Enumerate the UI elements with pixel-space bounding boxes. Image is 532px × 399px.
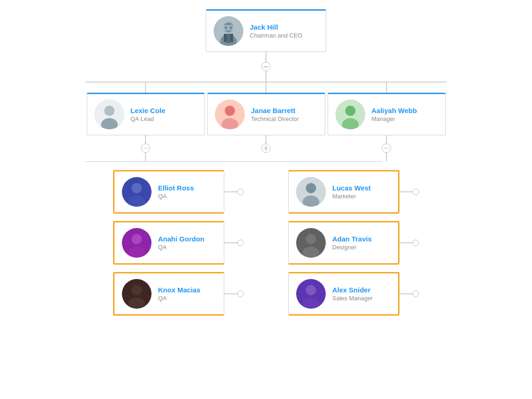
adan-hline [399, 242, 412, 243]
lexie-info: Lexie Cole QA Lead [131, 107, 165, 122]
svg-rect-5 [227, 34, 230, 43]
knox-info: Knox Macias QA [158, 286, 201, 302]
root-card[interactable]: Jack Hill Chairman and CEO [206, 9, 326, 52]
janae-info: Janae Barrett Technical Director [251, 107, 299, 122]
l1-vline-lexie [145, 82, 146, 93]
l2-row-knox: Knox Macias QA [113, 272, 244, 316]
l1-branch-janae: Janae Barrett Technical Director [206, 82, 326, 153]
adan-info: Adan Travis Designer [332, 235, 372, 251]
root-info: Jack Hill Chairman and CEO [250, 23, 302, 39]
l1-vline3-lexie [145, 153, 146, 161]
l2-card-elliot[interactable]: Elliot Ross QA [113, 170, 224, 214]
l2-row-anahi: Anahi Gordon QA [113, 221, 244, 265]
aaliyah-role: Manager [372, 115, 417, 122]
root-connector[interactable] [261, 62, 271, 71]
aaliyah-avatar [336, 100, 365, 129]
l1-branch-lexie: Lexie Cole QA Lead [85, 82, 206, 161]
root-avatar [214, 16, 243, 46]
lucas-role: Marketer [332, 193, 371, 200]
l2-card-lucas[interactable]: Lucas West Marketer [288, 170, 399, 214]
lexie-role: QA Lead [131, 115, 165, 122]
janae-name: Janae Barrett [251, 107, 299, 114]
alex-hline [399, 293, 412, 294]
adan-avatar [296, 228, 326, 258]
l2-right-col: Lucas West Marketer [288, 170, 419, 316]
level0-section: Jack Hill Chairman and CEO [206, 9, 326, 82]
adan-role: Designer [332, 244, 372, 251]
anahi-name: Anahi Gordon [158, 235, 204, 243]
svg-point-13 [225, 106, 235, 116]
level2-row: Elliot Ross QA [85, 162, 447, 316]
lucas-dot [412, 189, 419, 195]
alex-info: Alex Snider Sales Manager [332, 286, 373, 302]
root-vline2 [266, 71, 266, 82]
svg-point-16 [345, 106, 355, 116]
alex-avatar [296, 279, 326, 309]
elliot-role: QA [158, 193, 194, 200]
svg-point-28 [306, 183, 316, 193]
l1-card-janae[interactable]: Janae Barrett Technical Director [207, 93, 325, 135]
l2-card-adan[interactable]: Adan Travis Designer [288, 221, 399, 265]
level1-row: Lexie Cole QA Lead Janae [85, 82, 447, 161]
l1-card-aaliyah[interactable]: Aaliyah Webb Manager [328, 93, 446, 135]
lucas-hline [399, 191, 412, 192]
alex-role: Sales Manager [332, 295, 373, 302]
anahi-avatar [122, 228, 152, 258]
elliot-avatar [122, 177, 152, 207]
l1-connector-lexie[interactable] [141, 144, 150, 153]
knox-avatar [122, 279, 152, 309]
janae-avatar [215, 100, 245, 129]
alex-name: Alex Snider [332, 286, 373, 294]
adan-name: Adan Travis [332, 235, 372, 243]
svg-point-31 [306, 234, 316, 244]
l1-vline2-aaliyah [386, 135, 387, 144]
anahi-role: QA [158, 244, 204, 251]
l2-left-col: Elliot Ross QA [113, 170, 244, 316]
anahi-hline [224, 242, 237, 243]
l2-card-knox[interactable]: Knox Macias QA [113, 272, 224, 316]
knox-role: QA [158, 295, 201, 302]
root-name: Jack Hill [250, 23, 302, 31]
knox-dot [237, 291, 244, 297]
l1-vline-aaliyah [386, 82, 387, 93]
l1-vline2-lexie [145, 135, 146, 144]
root-vline [266, 52, 266, 62]
knox-hline [224, 293, 237, 294]
l1-branch-aaliyah: Aaliyah Webb Manager [326, 82, 447, 161]
alex-dot [412, 291, 419, 297]
elliot-info: Elliot Ross QA [158, 184, 194, 200]
janae-role: Technical Director [251, 115, 299, 122]
l1-vline-janae [266, 82, 266, 93]
aaliyah-name: Aaliyah Webb [372, 107, 417, 114]
lucas-info: Lucas West Marketer [332, 184, 371, 200]
elliot-dot [237, 189, 244, 195]
svg-point-34 [306, 285, 316, 295]
elliot-hline [224, 191, 237, 192]
l2-row-adan: Adan Travis Designer [288, 221, 419, 265]
l1-vline2-janae [266, 135, 266, 144]
l1-connector-aaliyah[interactable] [382, 144, 391, 153]
svg-point-19 [132, 183, 142, 193]
l2-row-lucas: Lucas West Marketer [288, 170, 419, 214]
lexie-name: Lexie Cole [131, 107, 165, 114]
l1-vline3-aaliyah [386, 153, 387, 161]
l2-branch-hline [85, 161, 382, 162]
l2-card-anahi[interactable]: Anahi Gordon QA [113, 221, 224, 265]
anahi-dot [237, 240, 244, 246]
l2-card-alex[interactable]: Alex Snider Sales Manager [288, 272, 399, 316]
lucas-name: Lucas West [332, 184, 371, 192]
svg-point-25 [132, 285, 142, 295]
branch-hline [85, 82, 447, 82]
svg-point-10 [104, 106, 114, 116]
aaliyah-info: Aaliyah Webb Manager [372, 107, 417, 122]
l2-row-elliot: Elliot Ross QA [113, 170, 244, 214]
knox-name: Knox Macias [158, 286, 201, 294]
l1-card-lexie[interactable]: Lexie Cole QA Lead [87, 93, 205, 135]
l2-row-alex: Alex Snider Sales Manager [288, 272, 419, 316]
l1-connector-janae[interactable] [261, 144, 271, 153]
anahi-info: Anahi Gordon QA [158, 235, 204, 251]
root-role: Chairman and CEO [250, 32, 302, 39]
svg-point-22 [132, 234, 142, 244]
lucas-avatar [296, 177, 326, 207]
org-chart: Jack Hill Chairman and CEO [85, 9, 447, 316]
